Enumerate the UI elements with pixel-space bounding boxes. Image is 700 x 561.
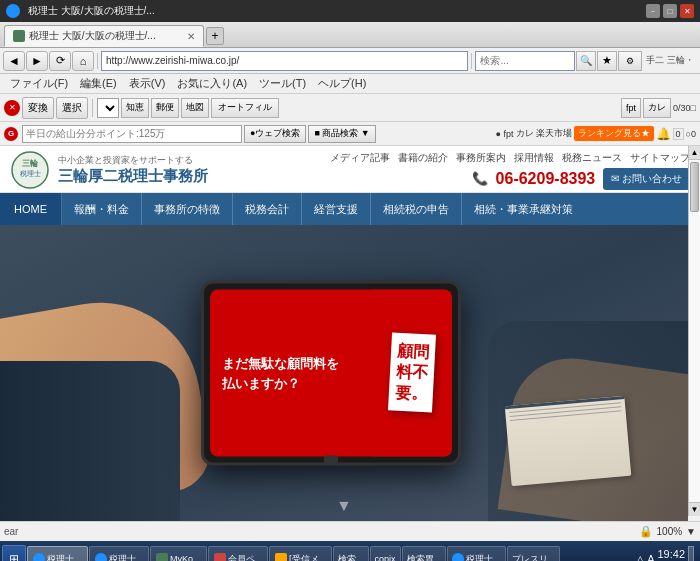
hero-section: まだ無駄な顧問料を 払いますか？ 顧問 料不 要。 ▼ bbox=[0, 225, 688, 521]
nav-features[interactable]: 事務所の特徴 bbox=[142, 193, 233, 225]
cart-btn[interactable]: カレ bbox=[643, 98, 671, 118]
menu-edit[interactable]: 編集(E) bbox=[74, 74, 123, 93]
nav-inheritance-decl[interactable]: 相続税の申告 bbox=[371, 193, 462, 225]
menu-view[interactable]: 表示(V) bbox=[123, 74, 172, 93]
minimize-btn[interactable]: － bbox=[646, 4, 660, 18]
address-bar[interactable] bbox=[101, 51, 468, 71]
maximize-btn[interactable]: □ bbox=[663, 4, 677, 18]
search-button[interactable]: 🔍 bbox=[576, 51, 596, 71]
left-jacket bbox=[0, 361, 180, 521]
nav-sitemap[interactable]: サイトマップ bbox=[630, 151, 690, 165]
nav-news[interactable]: 税務ニュース bbox=[562, 151, 622, 165]
taskbar-btn-zeirishi1[interactable]: 税理士... bbox=[27, 546, 88, 561]
product-search-btn[interactable]: ■ 商品検索 ▼ bbox=[308, 125, 375, 143]
taskbar-btn-search1[interactable]: 検索... bbox=[333, 546, 369, 561]
show-desktop-btn[interactable] bbox=[688, 546, 694, 561]
kaomon-card: 顧問 料不 要。 bbox=[388, 333, 436, 414]
taskbar-btn-search2[interactable]: 検索胃... bbox=[402, 546, 447, 561]
taskbar-btn-mail[interactable]: [受信メ... bbox=[269, 546, 332, 561]
ranking-badge[interactable]: ランキング見る★ bbox=[574, 126, 654, 141]
google-toolbar: G ●ウェブ検索 ■ 商品検索 ▼ ● fpt カレ 楽天市場 ランキング見る★… bbox=[0, 122, 700, 146]
google-search-input[interactable] bbox=[22, 125, 242, 143]
app-label-2: 税理士... bbox=[109, 553, 144, 562]
henshu-button[interactable]: 変換 bbox=[22, 97, 54, 119]
windows-icon: ⊞ bbox=[9, 552, 19, 561]
app-label-5: [受信メ... bbox=[289, 553, 326, 562]
website-content: 三輪 税理士 中小企業と投資家をサポートする 三輪厚二税理士事務所 メディア記事… bbox=[0, 146, 700, 521]
tab-bar: 税理士 大阪/大阪の税理士/... ✕ + bbox=[0, 22, 700, 48]
tab-favicon bbox=[13, 30, 25, 42]
scroll-down-indicator[interactable]: ▼ bbox=[336, 497, 352, 515]
site-nav: HOME 報酬・料金 事務所の特徴 税務会計 経営支援 相続税の申告 相続・事業… bbox=[0, 193, 700, 225]
close-btn[interactable]: ✕ bbox=[680, 4, 694, 18]
nav-fee[interactable]: 報酬・料金 bbox=[62, 193, 142, 225]
taskbar-btn-zeirishi3[interactable]: 税理士... bbox=[447, 546, 506, 561]
menu-file[interactable]: ファイル(F) bbox=[4, 74, 74, 93]
autofill-btn[interactable]: オートフィル bbox=[211, 98, 279, 118]
nav-recruit[interactable]: 採用情報 bbox=[514, 151, 554, 165]
chie-btn[interactable]: 知恵 bbox=[121, 98, 149, 118]
header-nav-top: メディア記事 書籍の紹介 事務所案内 採用情報 税務ニュース サイトマップ bbox=[330, 151, 690, 165]
nav-inheritance[interactable]: 相続・事業承継対策 bbox=[462, 193, 585, 225]
menu-help[interactable]: ヘルプ(H) bbox=[312, 74, 372, 93]
tablet-screen: まだ無駄な顧問料を 払いますか？ 顧問 料不 要。 bbox=[210, 290, 452, 457]
nav-media[interactable]: メディア記事 bbox=[330, 151, 390, 165]
scroll-up-btn[interactable]: ▲ bbox=[689, 146, 700, 160]
notebook bbox=[505, 396, 632, 486]
clock: 19:42 10/14 bbox=[657, 548, 685, 561]
contact-button[interactable]: ✉ お問い合わせ bbox=[603, 168, 690, 190]
tray-icon-2: A bbox=[647, 553, 654, 561]
ie-toolbar: ✕ 変換 選択 知恵 郵便 地図 オートフィル fpt カレ 0/30□ bbox=[0, 94, 700, 122]
menu-tools[interactable]: ツール(T) bbox=[253, 74, 312, 93]
scroll-down-btn[interactable]: ▼ bbox=[689, 502, 700, 516]
app-label-9: 税理士... bbox=[466, 553, 501, 562]
contact-icon: ✉ bbox=[611, 173, 622, 184]
card-line3: 要。 bbox=[394, 383, 427, 405]
app-label-3: MyKo... bbox=[170, 554, 201, 561]
nav-books[interactable]: 書籍の紹介 bbox=[398, 151, 448, 165]
nav-management[interactable]: 経営支援 bbox=[302, 193, 371, 225]
card-line2: 料不 bbox=[395, 362, 428, 384]
taskbar-btn-zeirishi2[interactable]: 税理士... bbox=[89, 546, 150, 561]
phone-number: 06-6209-8393 bbox=[496, 170, 596, 188]
toolbar-g-icon: G bbox=[4, 127, 18, 141]
logo-svg: 三輪 税理士 bbox=[10, 150, 50, 190]
web-search-btn[interactable]: ●ウェブ検索 bbox=[244, 125, 306, 143]
menu-favorites[interactable]: お気に入り(A) bbox=[171, 74, 253, 93]
fpt-label: ● fpt bbox=[496, 129, 514, 139]
main-scrollbar: ▲ ▼ bbox=[688, 146, 700, 516]
favorites-star[interactable]: ★ bbox=[597, 51, 617, 71]
nav-home[interactable]: HOME bbox=[0, 193, 62, 225]
forward-button[interactable]: ► bbox=[26, 51, 48, 71]
back-button[interactable]: ◄ bbox=[3, 51, 25, 71]
nav-office[interactable]: 事務所案内 bbox=[456, 151, 506, 165]
svg-text:三輪: 三輪 bbox=[22, 159, 39, 168]
taskbar-btn-myko[interactable]: MyKo... bbox=[150, 546, 207, 561]
taskbar-btn-kaiin[interactable]: 会員ペ... bbox=[208, 546, 269, 561]
home-button[interactable]: ⌂ bbox=[72, 51, 94, 71]
bell-icon: 🔔 bbox=[656, 127, 671, 141]
zoom-button[interactable]: ▼ bbox=[686, 526, 696, 537]
search-box[interactable] bbox=[475, 51, 575, 71]
mail-btn[interactable]: 郵便 bbox=[151, 98, 179, 118]
tools-button[interactable]: ⚙ bbox=[618, 51, 642, 71]
sentaku-button[interactable]: 選択 bbox=[56, 97, 88, 119]
nav-tax[interactable]: 税務会計 bbox=[233, 193, 302, 225]
toolbar-select[interactable] bbox=[97, 98, 119, 118]
map-btn[interactable]: 地図 bbox=[181, 98, 209, 118]
taskbar-btn-press[interactable]: プレスリ... bbox=[507, 546, 561, 561]
window-title: 税理士 大阪/大阪の税理士/... bbox=[28, 4, 155, 18]
fpt-btn[interactable]: fpt bbox=[621, 98, 641, 118]
scroll-thumb[interactable] bbox=[690, 162, 699, 212]
taskbar-btn-copix[interactable]: copix bbox=[370, 546, 401, 561]
mail-count: 0/30□ bbox=[673, 103, 696, 113]
new-tab-btn[interactable]: + bbox=[206, 27, 224, 45]
refresh-button[interactable]: ⟳ bbox=[49, 51, 71, 71]
tab-close-icon[interactable]: ✕ bbox=[187, 31, 195, 42]
status-bar: ear 🔒 100% ▼ bbox=[0, 521, 700, 541]
start-button[interactable]: ⊞ bbox=[2, 545, 26, 561]
active-tab[interactable]: 税理士 大阪/大阪の税理士/... ✕ bbox=[4, 25, 204, 47]
mail-badge: ○0 bbox=[686, 129, 696, 139]
tray-icon-1: △ bbox=[636, 553, 644, 562]
logo-subtitle: 中小企業と投資家をサポートする bbox=[58, 154, 208, 167]
